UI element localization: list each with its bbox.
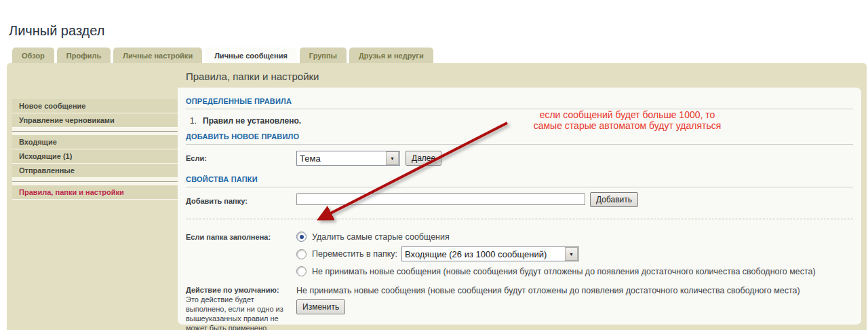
rule-condition-value: Тема — [300, 153, 321, 164]
rule-condition-select[interactable]: Тема ▼ — [296, 151, 400, 166]
add-folder-row: Добавить папку: Добавить — [186, 194, 853, 207]
default-action-description: Это действие будет выполнено, если ни од… — [186, 295, 283, 330]
sidebar-item-outbox[interactable]: Исходящие (1) — [12, 149, 178, 164]
if-label: Если: — [186, 151, 296, 166]
tab-private-messages[interactable]: Личные сообщения — [205, 48, 297, 63]
page-title: Личный раздел — [9, 23, 104, 39]
sidebar: Новое сообщение Управление черновиками В… — [12, 99, 178, 200]
add-rule-header: ДОБАВИТЬ НОВОЕ ПРАВИЛО — [186, 131, 853, 145]
tab-personal-settings[interactable]: Личные настройки — [113, 48, 202, 63]
sidebar-item-inbox[interactable]: Входящие — [12, 135, 178, 149]
rule-number: 1. — [190, 116, 197, 126]
chevron-down-icon: ▼ — [386, 151, 399, 165]
default-action-label: Действие по умолчанию: — [186, 286, 279, 294]
radio-delete-oldest[interactable] — [296, 232, 307, 242]
option-delete-oldest-label: Удалить самые старые сообщения — [312, 232, 450, 242]
option-move-to-folder-label: Переместить в папку: — [312, 249, 397, 259]
tab-overview[interactable]: Обзор — [12, 48, 54, 63]
default-action-content: Не принимать новые сообщения (новые сооб… — [296, 285, 800, 330]
folder-name-input[interactable] — [296, 194, 585, 205]
default-action-current: Не принимать новые сообщения (новые сооб… — [296, 286, 800, 295]
option-move-to-folder[interactable]: Переместить в папку: Входящие (26 из 100… — [296, 246, 820, 261]
folder-properties-header: СВОЙСТВА ПАПКИ — [186, 174, 853, 187]
add-folder-label: Добавить папку: — [186, 194, 296, 207]
move-to-folder-select[interactable]: Входящие (26 из 1000 сообщений) ▼ — [401, 246, 579, 261]
next-button[interactable]: Далее — [406, 151, 441, 166]
sidebar-group-divider — [12, 178, 178, 185]
sidebar-item-rules-folders-settings[interactable]: Правила, папки и настройки — [12, 185, 178, 200]
rule-text: Правил не установлено. — [203, 116, 301, 126]
folder-full-row: Если папка заполнена: Удалить самые стар… — [186, 230, 853, 276]
tab-profile[interactable]: Профиль — [57, 48, 111, 63]
annotation-line1: если сообщений будет больше 1000, то — [475, 109, 780, 120]
change-default-action-button[interactable]: Изменить — [296, 299, 345, 314]
sidebar-item-new-message[interactable]: Новое сообщение — [12, 99, 178, 113]
default-action-label-block: Действие по умолчанию: Это действие буде… — [186, 285, 296, 330]
option-reject-new-label: Не принимать новые сообщения (новые сооб… — [312, 267, 816, 276]
move-to-folder-value: Входящие (26 из 1000 сообщений) — [405, 249, 547, 259]
defined-rules-header: ОПРЕДЕЛЕННЫЕ ПРАВИЛА — [186, 96, 853, 109]
option-reject-new[interactable]: Не принимать новые сообщения (новые сооб… — [296, 266, 820, 276]
sidebar-item-manage-drafts[interactable]: Управление черновиками — [12, 113, 178, 128]
sidebar-item-sent[interactable]: Отправленные — [12, 164, 178, 178]
chevron-down-icon: ▼ — [565, 247, 578, 261]
annotation-note: если сообщений будет больше 1000, то сам… — [475, 109, 780, 131]
panel-title: Правила, папки и настройки — [186, 71, 319, 82]
add-folder-button[interactable]: Добавить — [590, 192, 638, 207]
rule-condition-row: Если: Тема ▼ Далее — [186, 151, 853, 166]
option-delete-oldest[interactable]: Удалить самые старые сообщения — [296, 232, 820, 242]
annotation-line2: самые старые автоматом будут удаляться — [475, 120, 780, 131]
tab-bar: Обзор Профиль Личные настройки Личные со… — [12, 48, 433, 63]
radio-move-to-folder[interactable] — [296, 249, 307, 259]
radio-reject-new[interactable] — [296, 266, 307, 276]
dashed-divider — [186, 219, 853, 219]
tab-friends-foes[interactable]: Друзья и недруги — [349, 48, 433, 63]
sidebar-group-divider — [12, 128, 178, 135]
default-action-row: Действие по умолчанию: Это действие буде… — [186, 285, 853, 330]
folder-full-options: Удалить самые старые сообщения Перемести… — [296, 230, 820, 276]
tab-groups[interactable]: Группы — [300, 48, 347, 63]
folder-full-label: Если папка заполнена: — [186, 230, 296, 276]
